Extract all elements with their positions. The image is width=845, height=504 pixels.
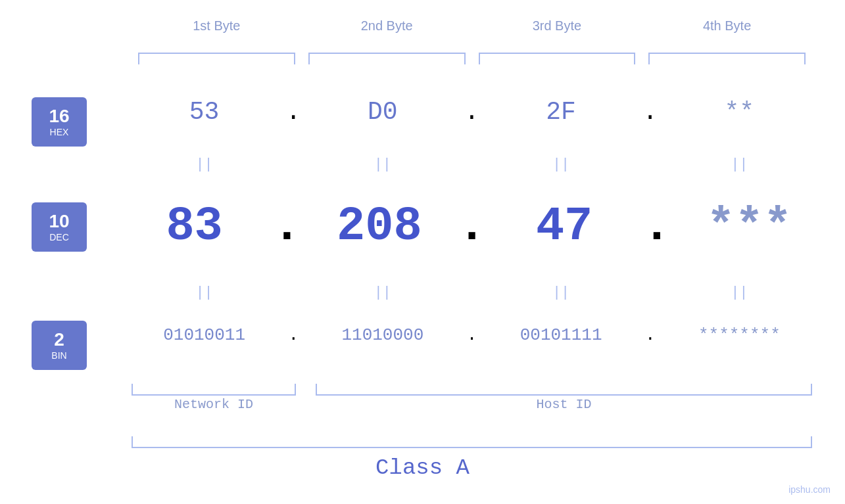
dec-dot3: . xyxy=(640,200,673,254)
eq1-byte4: || xyxy=(667,156,812,173)
dec-byte4: *** xyxy=(673,200,825,254)
badge-hex-num: 16 xyxy=(49,106,69,127)
bin-dot1: . xyxy=(277,325,310,345)
hex-byte1: 53 xyxy=(132,98,277,126)
col-header-byte3: 3rd Byte xyxy=(472,18,642,34)
dec-byte3: 47 xyxy=(489,200,640,254)
badge-hex-label: HEX xyxy=(50,127,69,137)
bin-byte2: 11010000 xyxy=(310,325,455,345)
bracket-top-byte3 xyxy=(479,53,636,64)
network-id-bracket xyxy=(132,384,296,396)
bracket-top-byte2 xyxy=(308,53,466,64)
eq1-byte3: || xyxy=(489,156,634,173)
eq2-byte3: || xyxy=(489,285,634,301)
watermark: ipshu.com xyxy=(788,484,831,495)
dec-dot2: . xyxy=(456,200,489,254)
bin-dot2: . xyxy=(456,325,489,345)
badge-dec-label: DEC xyxy=(49,232,69,242)
host-id-label: Host ID xyxy=(316,397,812,412)
dec-byte2: 208 xyxy=(303,200,455,254)
col-header-byte1: 1st Byte xyxy=(132,18,302,34)
dec-dot1: . xyxy=(270,200,303,254)
hex-dot3: . xyxy=(634,98,667,126)
badge-dec: 10 DEC xyxy=(32,202,87,252)
col-header-byte2: 2nd Byte xyxy=(302,18,472,34)
eq2-byte4: || xyxy=(667,285,812,301)
eq2-byte2: || xyxy=(310,285,455,301)
hex-byte3: 2F xyxy=(489,98,634,126)
badge-dec-num: 10 xyxy=(49,212,69,232)
eq1-byte2: || xyxy=(310,156,455,173)
dec-byte1: 83 xyxy=(118,200,270,254)
eq2-byte1: || xyxy=(132,285,277,301)
host-id-bracket xyxy=(316,384,812,396)
hex-dot1: . xyxy=(277,98,310,126)
bin-byte1: 01010011 xyxy=(132,325,277,345)
class-a-label: Class A xyxy=(0,455,845,480)
dec-row: 83 . 208 . 47 . *** xyxy=(118,184,825,269)
bracket-top-byte1 xyxy=(138,53,295,64)
bracket-top-byte4 xyxy=(648,53,806,64)
eq-row-2: || || || || xyxy=(132,279,812,306)
top-brackets-row xyxy=(132,53,812,64)
hex-byte4: ** xyxy=(667,98,812,126)
badge-hex: 16 HEX xyxy=(32,97,87,147)
bin-dot3: . xyxy=(634,325,667,345)
bin-row: 01010011 . 11010000 . 00101111 . *******… xyxy=(132,309,812,361)
bin-byte3: 00101111 xyxy=(489,325,634,345)
hex-dot2: . xyxy=(456,98,489,126)
bin-byte4: ******** xyxy=(667,325,812,345)
col-header-byte4: 4th Byte xyxy=(642,18,812,34)
badge-bin-num: 2 xyxy=(54,330,64,350)
network-id-label: Network ID xyxy=(132,397,296,412)
eq1-byte1: || xyxy=(132,156,277,173)
hex-row: 53 . D0 . 2F . ** xyxy=(132,85,812,138)
full-bracket-line xyxy=(132,436,812,448)
badge-bin: 2 BIN xyxy=(32,321,87,370)
eq-row-1: || || || || xyxy=(132,151,812,177)
col-headers-row: 1st Byte 2nd Byte 3rd Byte 4th Byte xyxy=(132,18,812,34)
badge-bin-label: BIN xyxy=(51,350,66,361)
main-layout: 1st Byte 2nd Byte 3rd Byte 4th Byte 16 H… xyxy=(0,0,845,504)
hex-byte2: D0 xyxy=(310,98,455,126)
